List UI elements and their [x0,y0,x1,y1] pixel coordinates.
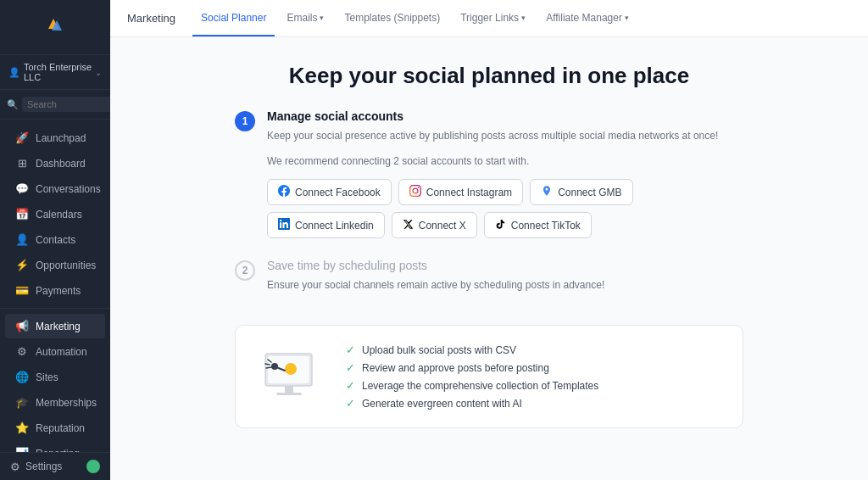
sidebar-item-sites[interactable]: 🌐 Sites [5,365,105,389]
sidebar-label-launchpad: Launchpad [36,132,86,144]
tab-templates[interactable]: Templates (Snippets) [336,0,448,36]
sidebar-logo [0,0,110,55]
logo-icon [40,12,70,42]
connect-gmb-label: Connect GMB [558,187,621,198]
sidebar-label-opportunities: Opportunities [36,260,96,271]
svg-rect-4 [285,386,293,393]
tab-trigger-links[interactable]: Trigger Links ▾ [452,0,534,36]
connect-facebook-label: Connect Facebook [295,187,381,198]
sidebar-item-launchpad[interactable]: 🚀 Launchpad [5,126,105,150]
promo-feature-2: ✓ Review and approve posts before postin… [346,361,726,374]
sidebar-label-reputation: Reputation [36,422,85,434]
facebook-icon [278,185,290,199]
svg-point-6 [285,363,297,375]
svg-line-11 [266,367,271,368]
sidebar-label-contacts: Contacts [36,234,75,246]
memberships-icon: 🎓 [15,396,29,409]
step-1-desc: Keep your social presence active by publ… [267,128,743,143]
calendars-icon: 📅 [15,208,29,220]
sidebar-divider [0,308,110,309]
sidebar-item-memberships[interactable]: 🎓 Memberships [5,390,105,415]
connect-instagram-button[interactable]: Connect Instagram [398,179,523,205]
reputation-icon: ⭐ [15,421,29,434]
tiktok-icon [495,219,506,232]
sidebar-item-opportunities[interactable]: ⚡ Opportunities [5,253,105,277]
promo-features: ✓ Upload bulk social posts with CSV ✓ Re… [346,343,726,410]
topnav-title: Marketing [127,12,175,25]
check-icon-1: ✓ [346,343,355,356]
tab-social-planner[interactable]: Social Planner [192,0,275,36]
company-name: Torch Enterprise LLC [24,62,95,82]
connect-instagram-label: Connect Instagram [426,187,512,198]
connect-linkedin-button[interactable]: Connect Linkedin [267,212,385,238]
x-icon [403,219,414,232]
launchpad-icon: 🚀 [15,131,29,144]
connect-tiktok-button[interactable]: Connect TikTok [484,212,592,238]
svg-line-10 [265,364,270,365]
svg-rect-5 [276,393,302,395]
sidebar-item-reputation[interactable]: ⭐ Reputation [5,416,105,440]
step-2: 2 Save time by scheduling posts Ensure y… [235,259,743,304]
sidebar-label-payments: Payments [36,285,81,297]
step-2-desc: Ensure your social channels remain activ… [267,277,743,293]
sidebar-item-dashboard[interactable]: ⊞ Dashboard [5,151,105,176]
instagram-icon [409,185,421,199]
step-1: 1 Manage social accounts Keep your socia… [235,109,743,238]
linkedin-icon [278,218,290,232]
promo-feature-4: ✓ Generate evergreen content with AI [346,397,726,410]
tab-affiliate-manager[interactable]: Affiliate Manager ▾ [537,0,637,36]
dashboard-icon: ⊞ [15,157,29,170]
step-1-content: Manage social accounts Keep your social … [267,109,743,238]
sidebar-item-conversations[interactable]: 💬 Conversations [5,176,105,201]
promo-feature-label-1: Upload bulk social posts with CSV [362,344,516,356]
sidebar-item-payments[interactable]: 💳 Payments [5,278,105,303]
sidebar-search-container: 🔍 ctrl K + [0,90,110,120]
gmb-icon [541,185,553,199]
top-navigation: Marketing Social Planner Emails ▾ Templa… [110,0,868,37]
topnav-tabs: Social Planner Emails ▾ Templates (Snipp… [192,0,637,36]
sidebar-company[interactable]: 👤 Torch Enterprise LLC ⌄ [0,55,110,90]
opportunities-icon: ⚡ [15,259,29,271]
content-area: Keep your social planned in one place 1 … [110,37,868,480]
settings-label: Settings [25,460,81,472]
promo-feature-1: ✓ Upload bulk social posts with CSV [346,343,726,356]
marketing-icon: 📢 [15,320,29,332]
step-1-title: Manage social accounts [267,109,743,123]
step-2-content: Save time by scheduling posts Ensure you… [267,259,743,304]
steps-container: 1 Manage social accounts Keep your socia… [235,109,743,304]
sidebar-nav: 🚀 Launchpad ⊞ Dashboard 💬 Conversations … [0,120,110,452]
check-icon-4: ✓ [346,397,355,410]
connect-linkedin-label: Connect Linkedin [295,220,374,232]
automation-icon: ⚙ [15,345,29,358]
sidebar-item-contacts[interactable]: 👤 Contacts [5,227,105,252]
check-icon-2: ✓ [346,361,355,374]
connect-gmb-button[interactable]: Connect GMB [530,179,632,205]
connect-facebook-button[interactable]: Connect Facebook [267,179,392,205]
contacts-icon: 👤 [15,233,29,246]
connect-buttons: Connect Facebook Connect Instagram [267,179,743,238]
sidebar-label-automation: Automation [36,346,87,358]
promo-box: ✓ Upload bulk social posts with CSV ✓ Re… [235,325,743,428]
emails-dropdown-icon: ▾ [320,14,324,22]
sidebar-footer[interactable]: ⚙ Settings [0,452,110,480]
promo-feature-label-2: Review and approve posts before posting [362,362,549,374]
step-1-number: 1 [235,111,255,131]
sidebar-label-dashboard: Dashboard [36,158,86,170]
sidebar-item-marketing[interactable]: 📢 Marketing [5,314,105,338]
settings-icon: ⚙ [10,460,20,473]
sidebar-item-reporting[interactable]: 📊 Reporting [5,441,105,452]
sidebar-label-memberships: Memberships [36,397,97,409]
step-2-number: 2 [235,260,255,281]
connect-x-label: Connect X [419,220,466,232]
promo-illustration [253,343,329,410]
svg-point-8 [271,363,278,370]
status-dot [86,460,100,473]
trigger-links-dropdown-icon: ▾ [521,14,526,22]
step-1-subdesc: We recommend connecting 2 social account… [267,155,743,167]
sidebar-item-calendars[interactable]: 📅 Calendars [5,202,105,226]
sidebar-item-automation[interactable]: ⚙ Automation [5,339,105,364]
connect-x-button[interactable]: Connect X [392,212,477,238]
search-icon: 🔍 [7,99,19,110]
sidebar: 👤 Torch Enterprise LLC ⌄ 🔍 ctrl K + 🚀 La… [0,0,110,480]
tab-emails[interactable]: Emails ▾ [278,0,332,36]
